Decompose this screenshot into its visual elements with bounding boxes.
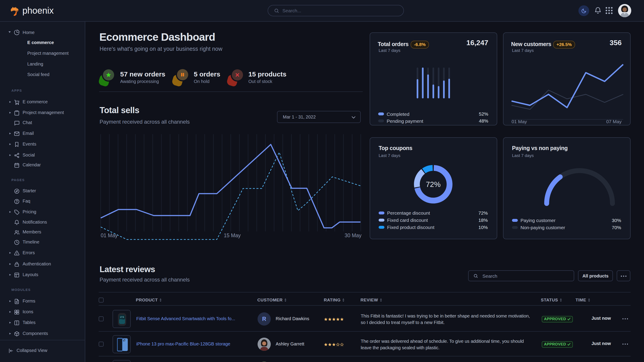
svg-text:17:5: 17:5 <box>120 316 124 318</box>
